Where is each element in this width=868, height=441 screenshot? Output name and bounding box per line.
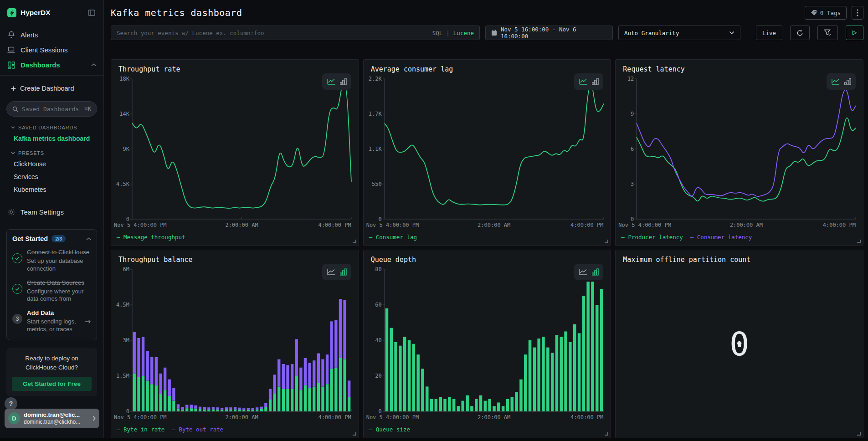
bar-chart-icon[interactable] (844, 78, 851, 85)
panel-throughput-rate: Throughput rate 18K14K9K4.5K0Nov 5 4:00:… (111, 59, 359, 246)
resize-handle[interactable] (605, 240, 608, 243)
sidebar-item-alerts[interactable]: Alerts (0, 27, 103, 42)
series-bar (334, 320, 337, 368)
chart-plot[interactable]: 806040200Nov 5 4:00:00 PM2:00:00 AM4:00:… (364, 250, 611, 438)
get-started-card: Get Started 2/3 Connect to ClickHouse Se… (6, 229, 97, 340)
series-bar (142, 337, 144, 376)
chart-type-toggle[interactable] (322, 73, 351, 90)
sidebar-item-client-sessions[interactable]: Client Sessions (0, 42, 103, 57)
run-query-button[interactable] (846, 26, 863, 40)
series-bar (155, 357, 158, 385)
resize-handle[interactable] (857, 432, 861, 436)
chart-plot[interactable]: 6M4.5M3M1.5M0Nov 5 4:00:00 PM2:00:00 AM4… (111, 250, 359, 438)
cloud-card-text: Ready to deploy on ClickHouse Cloud? (12, 354, 92, 373)
sidebar-divider (0, 75, 103, 76)
series-bar (326, 354, 329, 384)
granularity-value: Auto Granularity (624, 30, 725, 36)
granularity-select[interactable]: Auto Granularity (618, 26, 740, 40)
chart-canvas[interactable] (364, 250, 611, 438)
filter-button[interactable] (817, 26, 838, 40)
sidebar-item-dashboards[interactable]: Dashboards (0, 57, 103, 72)
x-axis-tick: 4:00:00 PM (823, 222, 856, 228)
bar-chart-icon[interactable] (592, 268, 599, 276)
panel-title: Maximum offline partition count (623, 256, 750, 264)
sidebar-item-clickhouse[interactable]: ClickHouse (0, 158, 103, 170)
series-bar (573, 324, 576, 411)
resize-handle[interactable] (857, 240, 861, 243)
search-placeholder: Saved Dashboards (22, 106, 81, 113)
chart-plot[interactable]: 129630Nov 5 4:00:00 PM2:00:00 AM4:00:00 … (616, 60, 863, 246)
lucene-mode-toggle[interactable]: Lucene (453, 30, 474, 36)
series-bar (273, 394, 276, 411)
panel-title: Average consumer lag (371, 65, 453, 73)
date-range-picker[interactable]: Nov 5 16:00:00 - Nov 6 16:00:00 (485, 26, 613, 40)
sidebar-collapse-icon[interactable] (88, 10, 95, 16)
chart-canvas[interactable] (111, 250, 359, 438)
resize-handle[interactable] (353, 432, 356, 436)
chart-plot[interactable]: 18K14K9K4.5K0Nov 5 4:00:00 PM2:00:00 AM4… (111, 60, 359, 246)
series-bar (407, 340, 411, 411)
sql-mode-toggle[interactable]: SQL (432, 30, 443, 36)
live-button[interactable]: Live (756, 26, 782, 40)
series-bar (524, 354, 527, 411)
series-bar (461, 401, 464, 411)
help-button[interactable]: ? (5, 397, 17, 410)
saved-dashboards-section-header[interactable]: SAVED DASHBOARDS (0, 119, 103, 132)
line-chart-icon[interactable] (327, 268, 336, 276)
resize-handle[interactable] (353, 240, 356, 243)
bar-chart-icon[interactable] (592, 78, 599, 85)
more-options-button[interactable] (852, 6, 863, 20)
x-axis-tick: 2:00:00 AM (730, 222, 763, 228)
chart-type-toggle[interactable] (322, 264, 351, 280)
get-started-step-3[interactable]: 3 Add Data Start sending logs, metrics, … (12, 309, 91, 333)
user-menu[interactable]: D dominic.tran@clic... dominic.tran@clic… (5, 409, 99, 428)
event-search-input[interactable]: Search your events w/ Lucene ex. column:… (111, 26, 480, 40)
tags-button[interactable]: 0 Tags (805, 6, 847, 20)
section-label: PRESETS (18, 150, 44, 156)
check-circle-icon (12, 284, 22, 294)
chart-plot[interactable]: 2.2K1.7K1.1K5500Nov 5 4:00:00 PM2:00:00 … (364, 60, 611, 246)
sidebar-item-team-settings[interactable]: Team Settings (0, 204, 103, 220)
arrow-right-icon (85, 319, 91, 324)
get-started-free-button[interactable]: Get Started for Free (12, 377, 92, 391)
series-bar (457, 406, 460, 411)
series-bar (242, 408, 245, 410)
bar-chart-icon[interactable] (340, 78, 347, 85)
series-bar (434, 399, 437, 411)
chevron-up-icon[interactable] (91, 63, 96, 67)
line-chart-icon[interactable] (831, 78, 840, 85)
sidebar-item-kafka-dashboard[interactable]: Kafka metrics dashboard (0, 132, 103, 145)
series-bar (394, 342, 397, 411)
clickhouse-cloud-card: Ready to deploy on ClickHouse Cloud? Get… (6, 348, 97, 397)
series-bar (256, 407, 258, 410)
series-bar (260, 407, 263, 409)
chart-canvas[interactable] (616, 60, 863, 246)
resize-handle[interactable] (605, 432, 608, 436)
chart-type-toggle[interactable] (574, 73, 603, 90)
sidebar-item-services[interactable]: Services (0, 170, 103, 183)
get-started-step-1[interactable]: Connect to ClickHouse Set up your databa… (12, 249, 91, 273)
line-chart-icon[interactable] (327, 78, 336, 85)
presets-section-header[interactable]: PRESETS (0, 145, 103, 158)
chart-canvas[interactable] (364, 60, 611, 246)
x-axis-tick: 2:00:00 AM (478, 222, 510, 228)
y-axis-tick: 2.2K (364, 76, 382, 82)
chart-type-toggle[interactable] (827, 73, 856, 90)
get-started-step-2[interactable]: Create Data Sources Configure where your… (12, 279, 91, 303)
refresh-button[interactable] (790, 26, 810, 40)
series-bar (308, 363, 311, 388)
line-chart-icon[interactable] (579, 78, 588, 85)
series-bar (299, 390, 302, 411)
sidebar-item-kubernetes[interactable]: Kubernetes (0, 183, 103, 196)
bar-chart-icon[interactable] (340, 268, 347, 276)
series-bar (502, 406, 505, 411)
line-chart-icon[interactable] (579, 268, 588, 276)
saved-dashboards-search-input[interactable]: Saved Dashboards ⌘K (6, 101, 97, 117)
chevron-up-icon[interactable] (86, 237, 91, 241)
create-dashboard-button[interactable]: Create Dashboard (0, 82, 103, 95)
y-axis-tick: 0 (364, 408, 382, 415)
chart-type-toggle[interactable] (574, 264, 603, 280)
series-bar (286, 389, 289, 411)
chart-canvas[interactable] (111, 60, 359, 246)
y-axis-tick: 1.1K (364, 146, 382, 152)
